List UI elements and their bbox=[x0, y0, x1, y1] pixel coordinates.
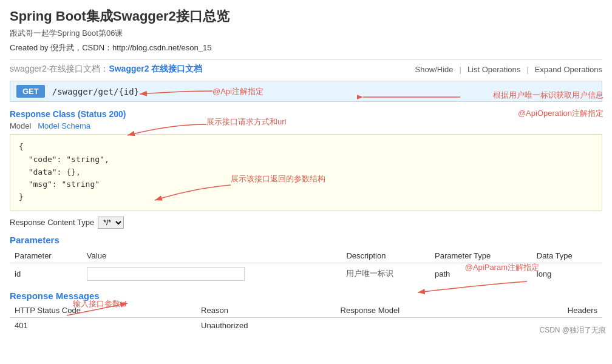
created-by-text: Created by 倪升武，CSDN：http://blog.csdn.net… bbox=[10, 42, 602, 53]
separator-2: | bbox=[526, 65, 528, 74]
param-header-type: Parameter Type bbox=[430, 249, 532, 263]
page-subtitle: 跟武哥一起学Spring Boot第06课 bbox=[10, 28, 602, 39]
table-row: 401 Unauthorized bbox=[10, 317, 602, 333]
response-header-headers: Headers bbox=[505, 303, 602, 318]
api-section-value: Swagger2 在线接口文档 bbox=[109, 64, 202, 73]
param-type-path: path bbox=[430, 263, 532, 285]
param-description-id: 用户唯一标识 bbox=[341, 263, 430, 285]
api-title-bar: swagger2-在线接口文档：Swagger2 在线接口文档 Show/Hid… bbox=[10, 59, 602, 78]
watermark-text: CSDN @独泪了无痕 bbox=[539, 325, 606, 335]
model-label: Model bbox=[10, 121, 31, 130]
response-messages-table: HTTP Status Code Reason Response Model H… bbox=[10, 303, 602, 333]
param-name-id: id bbox=[10, 263, 82, 285]
show-hide-link[interactable]: Show/Hide bbox=[415, 65, 454, 74]
http-method-badge: GET bbox=[16, 85, 45, 98]
list-operations-link[interactable]: List Operations bbox=[467, 65, 520, 74]
content-type-select[interactable]: */* bbox=[98, 217, 124, 229]
api-path-text: /swagger/get/{id} bbox=[52, 87, 139, 96]
api-section-title: swagger2-在线接口文档：Swagger2 在线接口文档 bbox=[10, 64, 202, 75]
param-header-parameter: Parameter bbox=[10, 249, 82, 263]
param-data-type-long: long bbox=[532, 263, 602, 285]
json-schema-block: { "code": "string", "data": {}, "msg": "… bbox=[10, 134, 602, 211]
get-endpoint-bar: GET /swagger/get/{id} bbox=[10, 81, 602, 102]
response-class-title: Response Class (Status 200) bbox=[10, 107, 602, 120]
response-header-model: Response Model bbox=[336, 303, 505, 318]
separator-1: | bbox=[459, 65, 461, 74]
api-section-label: swagger2-在线接口文档： bbox=[10, 64, 109, 73]
expand-operations-link[interactable]: Expand Operations bbox=[535, 65, 602, 74]
response-messages-title: Response Messages bbox=[10, 291, 602, 301]
response-header-reason: Reason bbox=[196, 303, 335, 318]
param-header-description: Description bbox=[341, 249, 430, 263]
response-model-empty bbox=[336, 317, 505, 333]
response-reason-unauthorized: Unauthorized bbox=[196, 317, 335, 333]
model-schema-link[interactable]: Model Schema bbox=[38, 121, 90, 130]
model-row: Model Model Schema bbox=[10, 121, 602, 130]
param-value-cell bbox=[82, 263, 342, 285]
param-id-input[interactable] bbox=[87, 267, 245, 281]
page-main-title: Spring Boot集成Swagger2接口总览 bbox=[10, 7, 602, 25]
response-status-401: 401 bbox=[10, 317, 196, 333]
response-content-type-label: Response Content Type bbox=[10, 218, 94, 227]
param-header-value: Value bbox=[82, 249, 342, 263]
parameters-title: Parameters bbox=[10, 235, 602, 245]
param-header-data-type: Data Type bbox=[532, 249, 602, 263]
api-title-actions: Show/Hide | List Operations | Expand Ope… bbox=[415, 65, 602, 74]
table-row: id 用户唯一标识 path long bbox=[10, 263, 602, 285]
json-content: { "code": "string", "data": {}, "msg": "… bbox=[19, 141, 593, 204]
response-content-type-row: Response Content Type */* bbox=[10, 217, 602, 229]
parameters-table: Parameter Value Description Parameter Ty… bbox=[10, 249, 602, 285]
response-header-status-code: HTTP Status Code bbox=[10, 303, 196, 318]
